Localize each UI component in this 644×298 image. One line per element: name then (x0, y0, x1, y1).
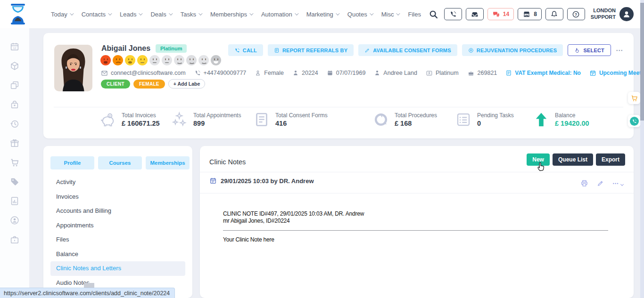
dob-field: 07/07/1969 (327, 70, 366, 76)
store-icon (522, 10, 531, 18)
briefcase-icon[interactable] (9, 234, 20, 245)
nav-item[interactable]: Marketing (306, 11, 339, 18)
new-note-button[interactable]: New (527, 153, 550, 166)
mood-face-icon[interactable] (211, 55, 221, 65)
store-button[interactable]: 8 (518, 8, 542, 20)
dialer-button[interactable] (444, 8, 462, 20)
shopping-bag-icon[interactable] (9, 99, 20, 110)
help-icon (572, 10, 580, 18)
sidebar-menu-item[interactable]: Clinic Notes and Letters (50, 261, 185, 276)
copy-icon[interactable] (9, 80, 20, 90)
add-label-button[interactable]: + Add Labe (168, 79, 206, 89)
nav-item[interactable]: Quotes (347, 11, 372, 18)
sidebar-tab[interactable]: Memberships (146, 156, 190, 169)
note-tools: ⋯ (580, 179, 623, 187)
sidebar-menu-item[interactable]: Balance (50, 247, 185, 262)
note-header[interactable]: 29/01/2025 10:03 by DR. Andrew (209, 177, 314, 185)
top-bar: Today Contacts Leads Deals (0, 0, 640, 28)
mail-icon (101, 70, 108, 77)
cart-icon[interactable] (9, 157, 20, 168)
printer-icon[interactable] (580, 179, 588, 187)
help-button[interactable] (567, 8, 585, 20)
nav-item-label: Memberships (210, 11, 247, 18)
nav-item-label: Misc (381, 11, 394, 18)
tag-icon[interactable] (9, 177, 20, 187)
notifications-button[interactable] (545, 8, 563, 20)
sidebar-menu: Activity Invoices Accounts and Billing A… (43, 175, 192, 290)
mood-face-icon[interactable] (113, 55, 123, 65)
mood-face-icon[interactable] (100, 55, 111, 65)
document-icon (505, 70, 512, 76)
search-icon[interactable] (429, 9, 438, 19)
phone-icon (194, 70, 201, 76)
select-button[interactable]: SELECT (568, 44, 611, 56)
tier-badge: Platinum (156, 44, 187, 53)
location-label: LONDON SUPPORT (591, 8, 616, 21)
chevron-down-icon (198, 11, 202, 15)
consent-forms-button[interactable]: AVAILABLE CONSENT FORMS (358, 44, 457, 56)
report-referrals-button[interactable]: REPORT REFERRALS BY (268, 44, 354, 56)
clinicsoftware-logo-icon[interactable] (8, 3, 27, 25)
nav-item-label: Marketing (306, 11, 333, 18)
nav-item[interactable]: Today (51, 11, 73, 18)
package-icon[interactable] (9, 61, 20, 71)
stat-total-procedures: Total Procedures£ 168 (372, 111, 437, 128)
mood-face-icon[interactable] (198, 55, 209, 65)
nav-item[interactable]: Tasks (181, 11, 201, 18)
patient-details-row: connect@clinicsoftware.com +447490009777… (101, 69, 644, 77)
calendar-icon[interactable] (9, 41, 20, 52)
quick-call-button[interactable] (628, 115, 640, 127)
nav-item[interactable]: Memberships (210, 11, 252, 18)
mood-face-icon[interactable] (125, 55, 135, 65)
user-clock-icon[interactable] (9, 215, 20, 226)
vertical-scrollbar[interactable] (640, 0, 644, 298)
note-separator (223, 230, 608, 231)
sidebar-menu-item[interactable]: Invoices (50, 190, 185, 204)
report-icon[interactable] (9, 196, 20, 206)
note-more-button[interactable]: ⋯ (612, 179, 623, 187)
phone-icon (449, 10, 457, 18)
user-avatar[interactable] (619, 7, 634, 21)
more-options-button[interactable]: ⋯ (616, 46, 623, 55)
chevron-down-icon (139, 11, 143, 15)
sidebar-menu-item[interactable]: Appointments (50, 218, 185, 233)
quick-cart-button[interactable] (628, 92, 640, 104)
sidebar-tab[interactable]: Courses (98, 156, 142, 169)
nav-item[interactable]: Leads (120, 11, 141, 18)
history-icon[interactable] (9, 119, 20, 129)
stat-pending-tasks: Pending Tasks0 (455, 111, 514, 128)
mood-face-icon[interactable] (174, 55, 184, 65)
upcoming-meetings-link[interactable]: Upcoming Meetings (589, 70, 644, 77)
inbox-button[interactable] (466, 8, 484, 20)
gift-icon[interactable] (9, 138, 20, 148)
mood-face-icon[interactable] (137, 55, 148, 65)
mood-face-icon[interactable] (186, 55, 197, 65)
sidebar-menu-item[interactable]: Accounts and Billing (50, 204, 185, 218)
sidebar-menu-item[interactable]: Activity (50, 175, 185, 190)
mood-face-icon[interactable] (149, 55, 160, 65)
icon-rail (0, 28, 29, 298)
chat-button[interactable]: 14 (487, 8, 514, 20)
sidebar-tab[interactable]: Profile (50, 156, 94, 169)
clinic-notes-toolbar: New Queue List Export (527, 153, 625, 166)
chevron-down-icon (370, 11, 373, 15)
nav-item[interactable]: Files (408, 11, 421, 18)
scrollbar-thumb[interactable] (640, 3, 644, 121)
nav-item[interactable]: Deals (150, 11, 171, 18)
pencil-icon[interactable] (597, 180, 604, 187)
store-count-badge: 8 (534, 11, 537, 17)
queue-list-button[interactable]: Queue List (553, 153, 593, 166)
nav-item[interactable]: Misc (381, 11, 399, 18)
sidebar-menu-item[interactable]: Files (50, 233, 185, 247)
membership-card-icon (426, 70, 433, 77)
export-button[interactable]: Export (596, 153, 625, 166)
email-field[interactable]: connect@clinicsoftware.com (101, 70, 186, 77)
nav-item[interactable]: Contacts (82, 11, 111, 18)
vat-exempt-link[interactable]: VAT Exempt Medical: No (505, 70, 581, 76)
mood-face-icon[interactable] (162, 55, 172, 65)
membership-field: Platinum (426, 70, 459, 77)
nav-item[interactable]: Automation (261, 11, 297, 18)
rejuvenation-procedures-button[interactable]: REJUVENATION PROCEDURES (462, 44, 563, 56)
phone-field[interactable]: +447490009777 (194, 70, 247, 76)
call-button[interactable]: CALL (228, 44, 263, 56)
